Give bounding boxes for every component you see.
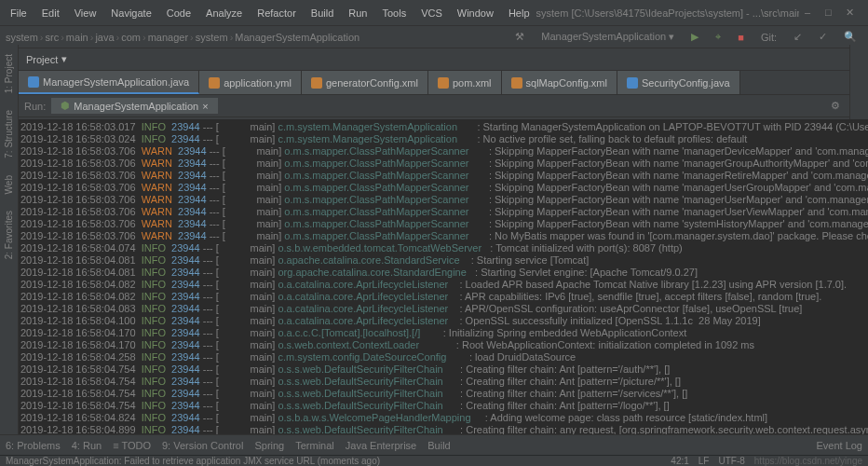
tab-label: pom.xml — [453, 77, 492, 89]
log-line: 2019-12-18 16:58:04.754 INFO 23944 --- [… — [20, 388, 866, 400]
tab-label: sqlMapConfig.xml — [526, 77, 607, 89]
log-line: 2019-12-18 16:58:03.706 WARN 23944 --- [… — [20, 182, 866, 194]
git-commit-icon[interactable]: ✓ — [813, 29, 833, 45]
log-line: 2019-12-18 16:58:03.706 WARN 23944 --- [… — [20, 206, 866, 218]
tool-window-tab[interactable]: 4: Run — [72, 440, 102, 451]
log-line: 2019-12-18 16:58:03.706 WARN 23944 --- [… — [20, 230, 866, 242]
run-icon[interactable]: ▶ — [685, 29, 704, 45]
maximize-icon[interactable]: □ — [825, 7, 838, 20]
log-line: 2019-12-18 16:58:04.083 INFO 23944 --- [… — [20, 303, 866, 315]
xml-file-icon — [311, 77, 322, 89]
menu-tools[interactable]: Tools — [375, 4, 413, 22]
tool-window-button[interactable]: Web — [4, 170, 14, 199]
breadcrumb-item[interactable]: java — [95, 32, 114, 43]
breadcrumb-item[interactable]: system — [6, 32, 38, 43]
menu-run[interactable]: Run — [342, 4, 373, 22]
log-line: 2019-12-18 16:58:03.706 WARN 23944 --- [… — [20, 158, 866, 170]
tool-window-tab[interactable]: Java Enterprise — [346, 440, 416, 451]
log-line: 2019-12-18 16:58:03.024 INFO 23944 --- [… — [20, 133, 866, 145]
status-bar: ManagerSystemApplication: Failed to retr… — [0, 455, 868, 466]
tool-window-tab[interactable]: 6: Problems — [6, 440, 61, 451]
debug-icon[interactable]: ⌖ — [710, 29, 726, 45]
menu-bar: FileEditViewNavigateCodeAnalyzeRefactorB… — [4, 4, 536, 22]
editor-tab[interactable]: generatorConfig.xml — [302, 71, 428, 94]
project-panel-header[interactable]: Project ▾ — [19, 48, 868, 71]
editor-tab[interactable]: SecurityConfig.java — [617, 71, 740, 94]
log-line: 2019-12-18 16:58:04.754 INFO 23944 --- [… — [20, 376, 866, 388]
menu-vcs[interactable]: VCS — [414, 4, 449, 22]
log-line: 2019-12-18 16:58:04.100 INFO 23944 --- [… — [20, 315, 866, 327]
log-line: 2019-12-18 16:58:04.170 INFO 23944 --- [… — [20, 327, 866, 339]
run-config-selector[interactable]: ManagerSystemApplication ▾ — [536, 29, 680, 45]
xml-file-icon — [209, 77, 220, 89]
line-separator[interactable]: LF — [698, 456, 710, 466]
xml-file-icon — [438, 77, 449, 89]
tool-settings-icon[interactable]: ⚙ — [825, 100, 846, 112]
java-file-icon — [627, 77, 638, 89]
tool-window-button[interactable]: 7: Structure — [4, 104, 14, 164]
console-output[interactable]: 2019-12-18 16:58:03.017 INFO 23944 --- [… — [19, 119, 868, 444]
tool-window-button[interactable]: 2: Favorites — [4, 205, 14, 265]
menu-analyze[interactable]: Analyze — [199, 4, 249, 22]
menu-build[interactable]: Build — [305, 4, 340, 22]
editor-tab[interactable]: application.yml — [199, 71, 302, 94]
search-icon[interactable]: 🔍 — [838, 29, 862, 45]
breadcrumb-item[interactable]: manager — [148, 32, 188, 43]
log-line: 2019-12-18 16:58:04.824 INFO 23944 --- [… — [20, 412, 866, 424]
breadcrumb-item[interactable]: ManagerSystemApplication — [235, 32, 359, 43]
watermark: https://blog.csdn.net/yinge — [754, 456, 862, 466]
tab-label: SecurityConfig.java — [642, 77, 730, 89]
log-line: 2019-12-18 16:58:03.706 WARN 23944 --- [… — [20, 194, 866, 206]
log-line: 2019-12-18 16:58:04.082 INFO 23944 --- [… — [20, 279, 866, 291]
log-line: 2019-12-18 16:58:03.706 WARN 23944 --- [… — [20, 170, 866, 182]
log-line: 2019-12-18 16:58:04.082 INFO 23944 --- [… — [20, 291, 866, 303]
menu-navigate[interactable]: Navigate — [104, 4, 157, 22]
tool-window-tab[interactable]: Spring — [254, 440, 284, 451]
xml-file-icon — [511, 77, 522, 89]
log-line: 2019-12-18 16:58:03.706 WARN 23944 --- [… — [20, 145, 866, 158]
log-line: 2019-12-18 16:58:04.258 INFO 23944 --- [… — [20, 351, 866, 363]
close-icon[interactable]: ✕ — [846, 7, 859, 20]
stop-icon[interactable]: ■ — [732, 30, 750, 45]
run-tool-header: Run: ⬢ ManagerSystemApplication × ⚙ – — [19, 95, 868, 117]
cursor-position[interactable]: 42:1 — [671, 456, 688, 466]
menu-help[interactable]: Help — [502, 4, 536, 22]
tool-window-tab[interactable]: ≡ TODO — [113, 440, 151, 451]
menu-file[interactable]: File — [4, 4, 34, 22]
java-file-icon — [28, 76, 39, 88]
tab-label: application.yml — [224, 77, 292, 89]
tool-window-tab[interactable]: Build — [427, 440, 450, 451]
title-bar: FileEditViewNavigateCodeAnalyzeRefactorB… — [0, 0, 868, 26]
breadcrumb-item[interactable]: main — [66, 32, 88, 43]
event-log-tab[interactable]: Event Log — [816, 440, 862, 451]
git-update-icon[interactable]: ↙ — [788, 29, 807, 45]
close-tab-icon[interactable]: × — [202, 101, 208, 112]
run-config-tab[interactable]: ⬢ ManagerSystemApplication × — [51, 98, 217, 114]
encoding[interactable]: UTF-8 — [718, 456, 744, 466]
breadcrumb-item[interactable]: system — [196, 32, 228, 43]
tool-window-tab[interactable]: Terminal — [295, 440, 334, 451]
tool-window-button[interactable]: 1: Project — [4, 48, 14, 99]
log-line: 2019-12-18 16:58:04.074 INFO 23944 --- [… — [20, 242, 866, 254]
bottom-tool-bar: 6: Problems4: Run≡ TODO9: Version Contro… — [0, 434, 868, 455]
breadcrumb-item[interactable]: src — [46, 32, 60, 43]
log-line: 2019-12-18 16:58:03.017 INFO 23944 --- [… — [20, 121, 866, 133]
menu-window[interactable]: Window — [451, 4, 500, 22]
git-label: Git: — [755, 30, 782, 45]
menu-view[interactable]: View — [68, 4, 103, 22]
menu-edit[interactable]: Edit — [35, 4, 66, 22]
build-icon[interactable]: ⚒ — [509, 29, 530, 45]
log-line: 2019-12-18 16:58:04.754 INFO 23944 --- [… — [20, 363, 866, 376]
editor-tab[interactable]: ManagerSystemApplication.java — [19, 71, 199, 94]
menu-code[interactable]: Code — [160, 4, 197, 22]
tool-window-tab[interactable]: 9: Version Control — [162, 440, 243, 451]
menu-refactor[interactable]: Refactor — [251, 4, 303, 22]
tab-label: generatorConfig.xml — [326, 77, 418, 89]
breadcrumb[interactable]: system›src›main›java›com›manager›system›… — [6, 32, 359, 43]
window-title: system [C:\Users\84175\IdeaProjects\syst… — [536, 7, 799, 19]
editor-tab[interactable]: pom.xml — [428, 71, 502, 94]
log-line: 2019-12-18 16:58:03.706 WARN 23944 --- [… — [20, 218, 866, 230]
editor-tab[interactable]: sqlMapConfig.xml — [502, 71, 617, 94]
breadcrumb-item[interactable]: com — [121, 32, 141, 43]
minimize-icon[interactable]: – — [805, 7, 818, 20]
